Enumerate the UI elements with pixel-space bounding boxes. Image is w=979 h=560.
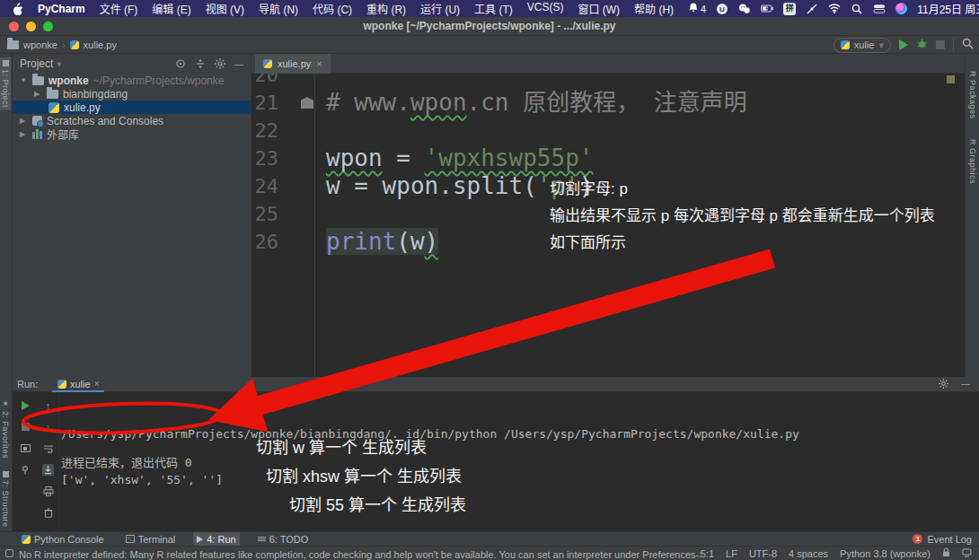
stripe-r-packages-button[interactable]: R Packages [967, 68, 978, 122]
close-tab-icon[interactable]: × [316, 58, 322, 69]
run-configuration-select[interactable]: xulie ▾ [833, 38, 891, 53]
collapse-icon[interactable]: ▶ [20, 130, 28, 138]
toolwindow-todo[interactable]: 6: TODO [254, 532, 313, 547]
collapse-all-icon[interactable] [195, 58, 206, 69]
menu-item[interactable]: 编辑 (E) [152, 1, 190, 16]
project-tool-icon [3, 60, 9, 66]
run-settings-gear-icon[interactable] [939, 379, 948, 390]
stop-button[interactable] [936, 40, 945, 49]
caret-position[interactable]: 5:1 [701, 548, 714, 559]
menu-item[interactable]: 工具 (T) [474, 1, 513, 16]
run-configuration-name: xulie [854, 39, 875, 50]
soft-wrap-icon[interactable] [42, 442, 54, 454]
python-file-icon [70, 40, 79, 49]
python-interpreter[interactable]: Python 3.8 (wponke) [840, 548, 930, 559]
lock-icon[interactable] [942, 547, 950, 559]
siri-icon[interactable] [895, 3, 907, 14]
tree-item-file-selected[interactable]: xulie.py [13, 101, 251, 114]
line-number: 25 [251, 200, 278, 228]
line-number: 26 [251, 228, 278, 256]
tree-external-label: 外部库 [47, 127, 79, 142]
minimize-window-button[interactable] [26, 22, 36, 31]
code-line: 23wpon = 'wpxhswp55p' [251, 144, 965, 172]
collapse-icon[interactable]: ▶ [20, 117, 28, 125]
menu-item[interactable]: 运行 (U) [420, 1, 460, 16]
stripe-project-button[interactable]: 1: Project [0, 57, 11, 110]
project-dropdown-icon[interactable]: ▾ [57, 58, 62, 70]
battery-icon[interactable] [761, 3, 773, 15]
hide-run-panel-icon[interactable]: — [961, 379, 970, 390]
line-number: 20 [251, 74, 278, 89]
update-icon[interactable]: U [716, 3, 728, 15]
wechat-icon[interactable] [738, 3, 751, 15]
hide-panel-icon[interactable]: — [234, 59, 243, 69]
pycharm-window: PyCharm 文件 (F)编辑 (E)视图 (V)导航 (N)代码 (C)重构… [0, 0, 979, 560]
up-stack-trace-icon[interactable]: ↑ [42, 399, 54, 411]
stripe-structure-button[interactable]: 7: Structure [0, 468, 11, 530]
line-separator[interactable]: LF [726, 548, 737, 559]
tree-file-name: xulie.py [64, 101, 101, 114]
settings-gear-icon[interactable] [215, 58, 225, 69]
svg-text:U: U [719, 5, 725, 13]
tree-item-root[interactable]: ▼ wponke ~/PycharmProjects/wponke [13, 74, 251, 87]
mute-icon[interactable] [806, 3, 818, 15]
menu-item[interactable]: 窗口 (W) [578, 1, 620, 16]
close-run-tab-icon[interactable]: × [94, 379, 100, 389]
restore-layout-icon[interactable] [20, 442, 31, 454]
collapse-icon[interactable]: ▶ [34, 90, 42, 98]
indent-style[interactable]: 4 spaces [789, 548, 828, 559]
expand-icon[interactable]: ▼ [20, 76, 28, 84]
menu-item[interactable]: 视图 (V) [206, 1, 244, 16]
status-message[interactable]: No R interpreter defined: Many R related… [19, 547, 701, 560]
stripe-favorites-button[interactable]: ★2: Favorites [0, 397, 11, 461]
clear-console-icon[interactable] [42, 507, 54, 519]
menu-item[interactable]: 代码 (C) [313, 1, 352, 16]
scroll-to-end-icon[interactable] [42, 464, 54, 476]
menu-item[interactable]: 导航 (N) [259, 1, 298, 16]
run-button[interactable] [899, 39, 908, 50]
run-tab-xulie[interactable]: xulie × [52, 377, 104, 392]
tree-item-scratches[interactable]: ▶ Scratches and Consoles [13, 114, 251, 127]
rerun-button[interactable] [20, 399, 31, 411]
print-icon[interactable] [42, 486, 54, 497]
indicator-icon[interactable] [962, 548, 972, 559]
code-segment: w = wpon.split( [326, 172, 537, 199]
menubar-menus: 文件 (F)编辑 (E)视图 (V)导航 (N)代码 (C)重构 (R)运行 (… [100, 1, 674, 16]
input-method-badge[interactable]: 拼 [783, 3, 796, 15]
menu-item[interactable]: VCS(S) [527, 1, 564, 16]
switch-control-icon[interactable] [873, 3, 886, 15]
tree-item-external-libs[interactable]: ▶ 外部库 [13, 127, 251, 141]
inspection-indicator-icon[interactable] [947, 75, 955, 83]
pin-tab-icon[interactable] [20, 464, 31, 476]
toolwindow-terminal[interactable]: >_ Terminal [122, 532, 180, 547]
notifications-icon[interactable]: 4 [688, 3, 706, 14]
breadcrumb-file[interactable]: xulie.py [84, 39, 117, 50]
scratches-icon [32, 116, 42, 126]
app-menu-pycharm[interactable]: PyCharm [38, 3, 85, 15]
debug-button[interactable] [916, 37, 928, 53]
editor-tab-xulie[interactable]: xulie.py × [255, 54, 331, 74]
tree-item-folder[interactable]: ▶ bianbingdang [13, 87, 251, 101]
toolwindow-python-console[interactable]: Python Console [18, 532, 108, 547]
toolwindow-run-active[interactable]: 4: Run [193, 532, 239, 547]
project-panel-title[interactable]: Project [20, 57, 53, 70]
wifi-icon[interactable] [828, 3, 841, 15]
menubar-clock[interactable]: 11月25日 周三 下午11:28 [917, 1, 979, 16]
menu-item[interactable]: 重构 (R) [366, 1, 406, 16]
zoom-window-button[interactable] [43, 22, 53, 31]
close-window-button[interactable] [9, 22, 19, 31]
locate-file-icon[interactable] [175, 58, 186, 69]
file-encoding[interactable]: UTF-8 [749, 548, 777, 559]
code-segment: (w [396, 228, 424, 255]
menu-item[interactable]: 帮助 (H) [634, 1, 674, 16]
breadcrumb-project[interactable]: wponke [23, 39, 57, 50]
apple-logo-icon[interactable] [13, 3, 23, 15]
project-panel-header: Project ▾ — [13, 54, 251, 74]
stop-process-button[interactable] [20, 421, 31, 433]
down-stack-trace-icon[interactable]: ↓ [42, 421, 54, 433]
menu-item[interactable]: 文件 (F) [100, 1, 138, 16]
spotlight-search-icon[interactable] [851, 3, 863, 15]
event-log-button[interactable]: 1 Event Log [913, 534, 979, 545]
search-everywhere-icon[interactable] [962, 37, 974, 53]
run-panel-label: Run: [17, 379, 38, 389]
